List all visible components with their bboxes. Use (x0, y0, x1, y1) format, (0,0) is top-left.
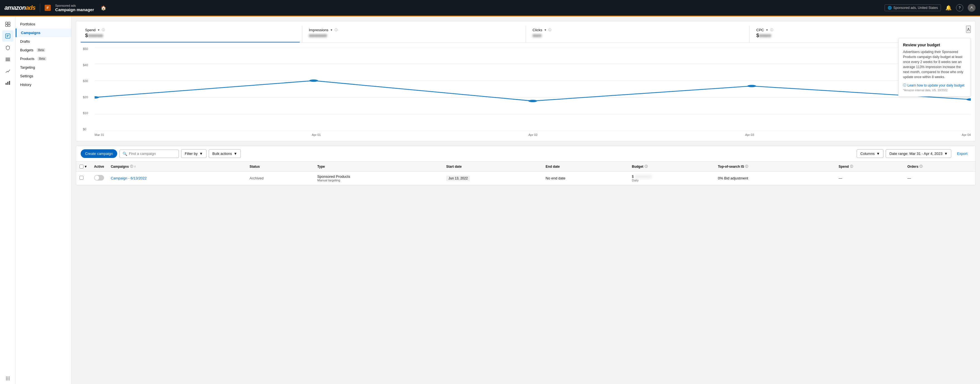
svg-point-19 (6, 379, 7, 380)
products-label: Products (20, 57, 34, 61)
sidebar-item-products[interactable]: Products Beta (16, 54, 71, 63)
select-all-chevron-icon[interactable]: ▼ (84, 165, 88, 169)
th-start-date: Start date (443, 162, 542, 172)
clicks-value: ●●● (533, 33, 743, 38)
svg-point-31 (747, 85, 756, 88)
th-type: Type (314, 162, 443, 172)
svg-point-14 (7, 377, 8, 378)
orange-accent-bar (0, 16, 980, 16)
svg-point-30 (528, 100, 537, 102)
row-checkbox[interactable] (80, 176, 83, 180)
svg-point-17 (7, 378, 8, 379)
spend-label: Spend (85, 28, 96, 32)
svg-point-16 (6, 378, 7, 379)
sidebar-item-history[interactable]: History (16, 80, 71, 89)
status-column-label: Status (250, 165, 260, 169)
sidebar-icon-grid[interactable] (2, 19, 13, 30)
y-label-20: $20 (83, 96, 92, 99)
end-date-column-label: End date (546, 165, 560, 169)
th-orders: Orders ⓘ (904, 162, 975, 172)
x-label-apr01: Apr 01 (312, 133, 321, 137)
campaign-manager-title: Campaign manager (55, 7, 94, 12)
row-orders: — (904, 172, 975, 185)
campaigns-column-label: Campaigns (111, 165, 129, 169)
svg-rect-7 (6, 58, 10, 59)
notifications-button[interactable]: 🔔 (945, 5, 951, 11)
date-range-button[interactable]: Date range: Mar 31 - Apr 4, 2023 ▼ (886, 149, 951, 158)
campaigns-info-icon[interactable]: ⓘ (130, 164, 133, 169)
help-button[interactable]: ? (956, 4, 963, 11)
start-date-value: Jun 13, 2022 (446, 175, 470, 181)
sidebar-item-budgets[interactable]: Budgets Beta (16, 46, 71, 54)
settings-label: Settings (20, 74, 33, 78)
campaign-toggle[interactable] (94, 175, 104, 180)
spend-info-icon[interactable]: ⓘ (102, 28, 105, 32)
spend-col-info-icon[interactable]: ⓘ (850, 164, 853, 169)
top-navigation: amazonads Sponsored ads Campaign manager… (0, 0, 980, 16)
campaign-name-link[interactable]: Campaign - 6/13/2022 (111, 176, 147, 180)
th-status: Status (246, 162, 314, 172)
sidebar-item-drafts[interactable]: Drafts (16, 37, 71, 46)
bulk-actions-label: Bulk actions (212, 151, 232, 156)
campaigns-table: ▼ Active Campaigns ⓘ ↑ (76, 162, 975, 185)
sidebar-item-settings[interactable]: Settings (16, 72, 71, 80)
sidebar-item-targeting[interactable]: Targeting (16, 63, 71, 72)
budget-review-link[interactable]: ⓘ Learn how to update your daily budget (903, 83, 966, 88)
collapse-chart-button[interactable]: ∧ (966, 25, 971, 33)
x-label-apr03: Apr 03 (745, 133, 754, 137)
metric-tab-impressions[interactable]: Impressions ▼ ⓘ ●●●●●● (304, 25, 523, 42)
svg-point-18 (9, 378, 10, 379)
top-search-column-label: Top-of-search IS (718, 165, 744, 169)
sidebar-icon-trending[interactable] (2, 65, 13, 77)
budget-review-text: Advertisers updating their Sponsored Pro… (903, 49, 966, 80)
region-selector[interactable]: 🌐 Sponsored ads, United States (885, 5, 941, 11)
campaigns-sort-icon[interactable]: ↑ (134, 165, 136, 169)
bulk-actions-button[interactable]: Bulk actions ▼ (209, 149, 241, 158)
create-campaign-button[interactable]: Create campaign (81, 149, 117, 158)
drafts-label: Drafts (20, 39, 30, 43)
budget-review-card: Review your budget Advertisers updating … (898, 38, 971, 97)
search-input[interactable] (129, 151, 176, 156)
y-label-40: $40 (83, 63, 92, 67)
home-icon[interactable]: 🏠 (101, 5, 106, 11)
targeting-label: Targeting (20, 65, 35, 70)
type-column-label: Type (317, 165, 325, 169)
metrics-row: Spend ▼ ⓘ $●●●●● Impressions ▼ ⓘ ●●●●●● (81, 25, 971, 43)
sidebar-item-campaigns[interactable]: Campaigns (16, 29, 71, 37)
sidebar-icon-apps[interactable] (2, 373, 13, 384)
chart-svg (95, 47, 971, 131)
row-campaign-name: Campaign - 6/13/2022 (107, 172, 246, 185)
metric-tab-spend[interactable]: Spend ▼ ⓘ $●●●●● (81, 25, 300, 42)
filter-by-button[interactable]: Filter by ▼ (181, 149, 207, 158)
row-status: Archived (246, 172, 314, 185)
orders-info-icon[interactable]: ⓘ (920, 164, 923, 169)
export-button[interactable]: Export (953, 150, 971, 158)
budget-type-label: Daily (632, 178, 711, 182)
sidebar-icon-campaigns[interactable] (2, 30, 13, 41)
type-line1: Sponsored Products (317, 174, 439, 178)
svg-point-29 (309, 80, 318, 82)
th-budget: Budget ⓘ (628, 162, 714, 172)
select-all-checkbox[interactable] (80, 165, 83, 169)
sidebar-item-portfolios[interactable]: Portfolios (16, 20, 71, 29)
globe-icon: 🌐 (888, 6, 892, 10)
sidebar-icon-bar-chart[interactable] (2, 77, 13, 88)
user-avatar[interactable] (968, 4, 975, 12)
sidebar-icon-shield[interactable] (2, 42, 13, 53)
clicks-chevron-icon: ▼ (544, 29, 547, 32)
sidebar-icon-list[interactable] (2, 54, 13, 65)
metric-tab-clicks[interactable]: Clicks ▼ ⓘ ●●● (528, 25, 747, 42)
x-label-apr02: Apr 02 (528, 133, 538, 137)
top-search-info-icon[interactable]: ⓘ (745, 164, 748, 169)
row-start-date: Jun 13, 2022 (443, 172, 542, 185)
columns-button[interactable]: Columns ▼ (857, 149, 883, 158)
svg-point-32 (966, 98, 971, 101)
budget-info-icon[interactable]: ⓘ (644, 164, 648, 169)
impressions-info-icon[interactable]: ⓘ (334, 28, 338, 32)
start-date-column-label: Start date (446, 165, 461, 169)
cpc-info-icon[interactable]: ⓘ (770, 28, 773, 32)
svg-point-21 (9, 379, 10, 380)
budget-review-footnote: *Amazon internal data, US, 10/2022 (903, 89, 966, 92)
clicks-info-icon[interactable]: ⓘ (548, 28, 551, 32)
type-line2: Manual targeting (317, 178, 439, 182)
